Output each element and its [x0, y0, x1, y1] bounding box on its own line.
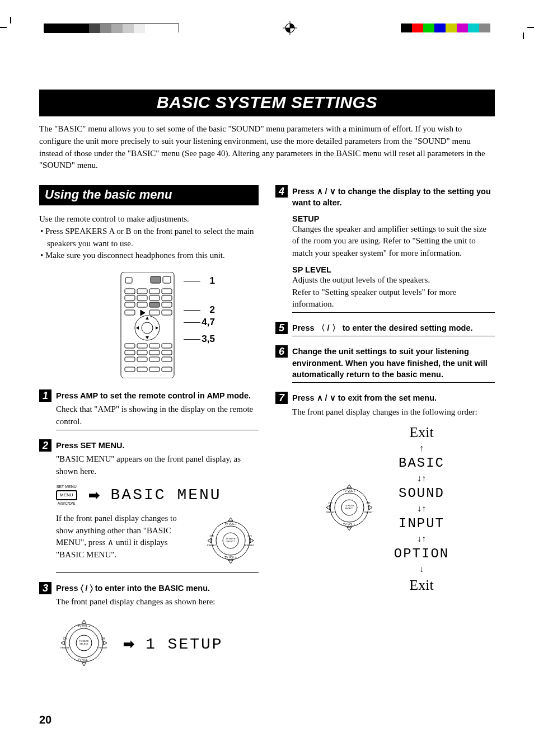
separator-5 [292, 312, 495, 313]
step-number-5: 5 [275, 322, 288, 334]
step-2-sub: "BASIC MENU" appears on the front panel … [39, 453, 259, 478]
menu-top-label: SET MENU [57, 485, 77, 489]
separator-7 [292, 382, 495, 383]
use-remote-text: Use the remote control to make adjustmen… [39, 213, 259, 226]
svg-text:–: – [329, 505, 331, 508]
callout-47: 4,7 [202, 317, 215, 328]
navpad-figure-1: TV MUTE SELECT TV VOL + TV VOL – CH – CH… [203, 513, 259, 571]
svg-rect-36 [125, 367, 135, 372]
svg-text:PRESET: PRESET [60, 646, 70, 649]
left-column: Using the basic menu Use the remote cont… [39, 185, 259, 680]
right-column: 4 Press ∧ / ∨ to change the display to t… [275, 185, 495, 680]
svg-text:+: + [367, 505, 369, 508]
remote-diagram: 1 2 4,7 3,5 [87, 272, 210, 381]
step-4: 4 Press ∧ / ∨ to change the display to t… [275, 185, 495, 209]
svg-text:TV VOL –: TV VOL – [343, 523, 355, 526]
svg-rect-25 [137, 344, 147, 348]
page-number: 20 [39, 713, 495, 726]
step-5-prefix: Press [292, 323, 317, 332]
step-7-head: Press ∧ / ∨ to exit from the set menu. [292, 392, 495, 403]
svg-text:PRESET: PRESET [207, 544, 217, 547]
splevel-body-1: Adjusts the output levels of the speaker… [275, 274, 495, 287]
splevel-heading: SP LEVEL [275, 265, 495, 274]
arrow-du-2: ↓↑ [394, 503, 449, 515]
step-number-4: 4 [275, 185, 288, 198]
tree-option: OPTION [394, 545, 449, 563]
svg-text:SELECT: SELECT [345, 507, 354, 510]
step-1-sub: Check that "AMP" is showing in the displ… [39, 403, 259, 428]
step-2-head: Press SET MENU. [56, 439, 259, 451]
svg-text:PRESET: PRESET [326, 511, 335, 514]
arrow-up-only: ↑ [394, 442, 449, 454]
step-number-2: 2 [39, 439, 51, 452]
svg-rect-24 [125, 344, 135, 348]
svg-rect-35 [162, 357, 172, 361]
setup-heading: SETUP [275, 214, 495, 223]
step-5-head: Press 〈 / 〉 to enter the desired setting… [292, 322, 495, 334]
bullet-headphones: Make sure you disconnect headphones from… [40, 250, 259, 262]
tree-input: INPUT [394, 515, 449, 533]
svg-rect-15 [125, 302, 135, 307]
arrow-du-1: ↓↑ [394, 472, 449, 485]
color-bar [401, 24, 490, 32]
arrow-down-only: ↓ [394, 563, 449, 575]
step-4-head: Press ∧ / ∨ to change the display to the… [292, 185, 495, 209]
separator-3 [56, 572, 259, 573]
step-3: 3 Press 〈 / 〉 to enter into the BASIC me… [39, 582, 259, 594]
setup-figure: TV MUTE SELECT TV VOL + TV VOL – CH – CH… [56, 615, 259, 673]
svg-rect-12 [137, 295, 147, 300]
svg-text:TV VOL –: TV VOL – [78, 658, 90, 661]
separator-2 [56, 430, 259, 430]
splevel-body-2: Refer to "Setting speaker output levels"… [275, 287, 495, 311]
page-title: BASIC SYSTEM SETTINGS [39, 90, 495, 116]
svg-rect-4 [125, 278, 132, 283]
svg-rect-33 [137, 357, 147, 361]
arrow-icon-2: ➡ [123, 636, 134, 652]
greyscale-bar [44, 24, 179, 32]
arrow-du-3: ↓↑ [394, 533, 449, 545]
svg-rect-32 [125, 357, 135, 361]
menu-flow: Exit ↑ BASIC ↓↑ SOUND ↓↑ INPUT ↓↑ OPTION… [394, 422, 449, 595]
step-3-sub: The front panel display changes as shown… [39, 596, 259, 608]
bullet-speakers: Press SPEAKERS A or B on the front panel… [40, 226, 259, 250]
step-7-prefix: Press [292, 393, 317, 402]
svg-text:TV VOL +: TV VOL + [343, 489, 355, 492]
step-5: 5 Press 〈 / 〉 to enter the desired setti… [275, 322, 495, 334]
section-heading: Using the basic menu [39, 185, 259, 205]
svg-rect-29 [137, 350, 147, 355]
svg-text:+: + [102, 640, 104, 644]
exit-top: Exit [394, 422, 449, 442]
crop-mark-tl [0, 17, 22, 39]
left-right-icon: 〈 / 〉 [317, 323, 340, 332]
svg-text:TV VOL +: TV VOL + [224, 522, 237, 525]
svg-text:PRESET: PRESET [99, 646, 108, 649]
arrow-icon: ➡ [88, 487, 100, 503]
step-3-head: Press 〈 / 〉 to enter into the BASIC menu… [56, 582, 259, 594]
svg-text:PRESET: PRESET [364, 511, 373, 514]
svg-rect-31 [162, 350, 172, 355]
top-print-marks [0, 17, 534, 39]
svg-rect-3 [121, 272, 174, 378]
svg-rect-8 [137, 289, 147, 294]
svg-rect-26 [149, 344, 160, 348]
svg-rect-7 [125, 289, 135, 294]
step-6-head: Change the unit settings to suit your li… [292, 345, 495, 380]
lcd-setup: 1 SETUP [146, 636, 223, 653]
svg-rect-21 [162, 310, 172, 315]
step-4-prefix: Press [292, 187, 317, 196]
step-number-6: 6 [275, 345, 288, 358]
tree-sound: SOUND [394, 485, 449, 503]
intro-paragraph: The "BASIC" menu allows you to set some … [39, 123, 495, 172]
svg-rect-27 [162, 344, 172, 348]
svg-rect-6 [163, 276, 171, 283]
step-number-1: 1 [39, 389, 51, 402]
menu-btn-figure: SET MENU MENU A/B/C/D/E ➡ BASIC MENU [56, 485, 259, 506]
menu-button: MENU [56, 490, 77, 500]
svg-text:SELECT: SELECT [79, 642, 88, 645]
svg-point-23 [142, 322, 153, 334]
setup-body: Changes the speaker and amplifier settin… [275, 223, 495, 260]
step-1-head: Press AMP to set the remote control in A… [56, 389, 259, 401]
exit-bottom: Exit [394, 575, 449, 595]
basic-menu-note: If the front panel display changes to sh… [56, 513, 193, 561]
svg-rect-10 [162, 289, 172, 294]
